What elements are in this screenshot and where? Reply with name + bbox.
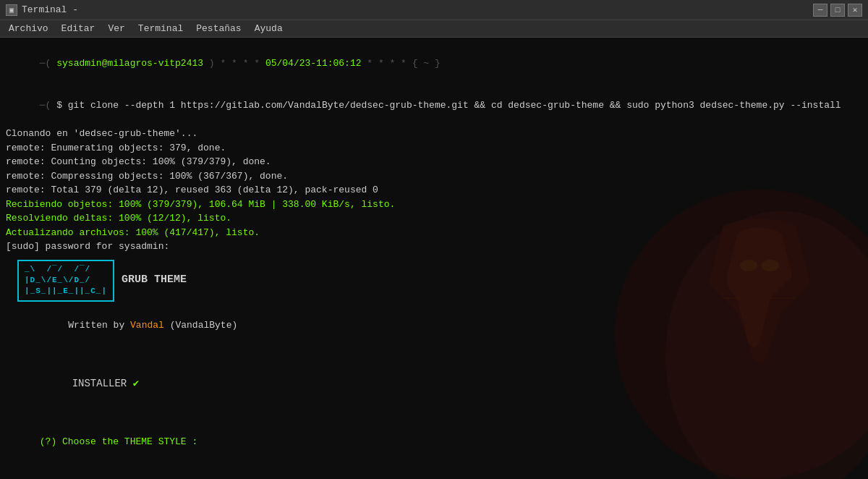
blank-line-1 [6,347,862,361]
clone-output-4: remote: Compressing objects: 100% (367/3… [6,169,862,184]
menu-pestanas[interactable]: Pestañas [190,22,247,35]
written-by-line: Written by Vandal (VandalByte) [17,305,862,347]
author-name: Vandal [130,320,164,331]
dedsec-ascii-art: _\ /¯/ /¯/ |D_\/E_\/D_/ |_S_||_E_||_C_| [17,260,114,302]
menu-editar[interactable]: Editar [56,22,101,35]
clone-output-7: Resolviendo deltas: 100% (12/12), listo. [6,211,862,226]
title-bar: ▣ Terminal - ─ □ ✕ [0,0,868,20]
clone-output-2: remote: Enumerating objects: 379, done. [6,141,862,156]
menu-bar: Archivo Editar Ver Terminal Pestañas Ayu… [0,20,868,38]
clone-output-8: Actualizando archivos: 100% (417/417), l… [6,226,862,240]
close-button[interactable]: ✕ [848,4,862,17]
sudo-password-line: [sudo] password for sysadmin: [6,240,862,254]
terminal-icon: ▣ [6,4,17,16]
minimize-button[interactable]: ─ [813,4,827,17]
grub-theme-label: GRUB THEME [122,272,187,289]
menu-ver[interactable]: Ver [102,22,130,35]
maximize-button[interactable]: □ [830,4,845,17]
menu-ayuda[interactable]: Ayuda [249,22,289,35]
menu-terminal[interactable]: Terminal [132,22,189,35]
terminal-content: ─( sysadmin@milagros-vitp2413 ) * * * * … [6,42,862,479]
window-controls[interactable]: ─ □ ✕ [813,4,862,17]
window-title: Terminal - [22,4,78,15]
options-row-1: (A) Compact theme (H) LoveTrap theme (O)… [6,463,862,479]
git-command-line: ─( $ git clone --depth 1 https://gitlab.… [6,85,862,127]
terminal-window[interactable]: ─( sysadmin@milagros-vitp2413 ) * * * * … [0,38,868,479]
installer-line: INSTALLER ✔ [17,361,862,407]
prompt-line: ─( sysadmin@milagros-vitp2413 ) * * * * … [6,42,862,85]
blank-line-2 [6,407,862,421]
clone-output-5: remote: Total 379 (delta 12), reused 363… [6,183,862,198]
clone-output-6: Recibiendo objetos: 100% (379/379), 106.… [6,198,862,212]
installer-checkmark: ✔ [133,378,139,389]
clone-output-3: remote: Counting objects: 100% (379/379)… [6,155,862,169]
menu-archivo[interactable]: Archivo [3,22,54,35]
title-bar-left: ▣ Terminal - [6,4,78,16]
ascii-art-section: _\ /¯/ /¯/ |D_\/E_\/D_/ |_S_||_E_||_C_| … [6,260,862,302]
clone-output-1: Clonando en 'dedsec-grub-theme'... [6,127,862,141]
choose-theme-prompt: (?) Choose the THEME STYLE : [6,420,862,463]
prompt-user-host: sysadmin@milagros-vitp2413 [51,58,203,69]
